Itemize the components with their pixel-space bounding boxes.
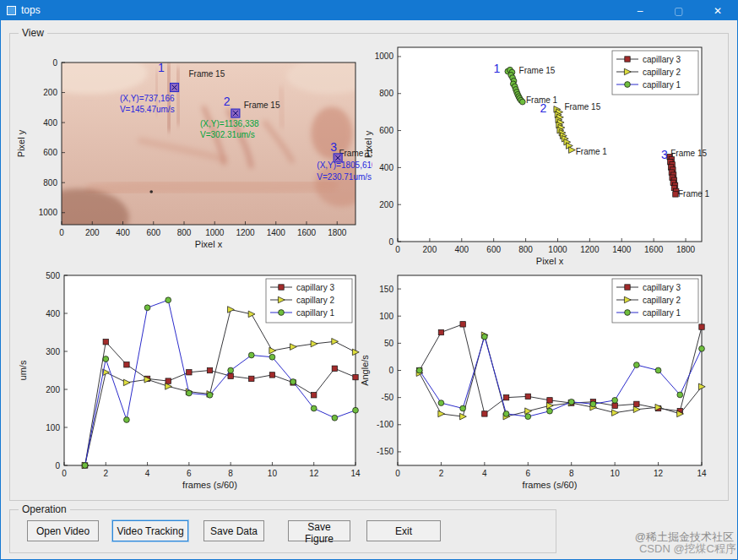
svg-text:200: 200 (423, 245, 437, 254)
svg-text:V=302.31um/s: V=302.31um/s (200, 130, 255, 139)
svg-text:Angle/s: Angle/s (360, 355, 370, 386)
video-tracking-button[interactable]: Video Tracking (112, 520, 188, 541)
svg-text:2: 2 (540, 101, 546, 115)
exit-button[interactable]: Exit (366, 520, 441, 541)
svg-text:0: 0 (59, 228, 64, 237)
track-point-marker (334, 154, 342, 162)
svg-text:2: 2 (439, 469, 444, 478)
view-panel-label: View (19, 27, 47, 39)
svg-text:Frame 15: Frame 15 (188, 69, 225, 79)
minimize-icon[interactable]: – (621, 1, 659, 20)
chart-angle: 02468101214-150-100-50050100150frames (s… (360, 263, 735, 495)
svg-text:1400: 1400 (267, 228, 286, 237)
svg-text:1200: 1200 (236, 228, 255, 237)
svg-text:8: 8 (569, 469, 574, 478)
svg-text:capillary 2: capillary 2 (296, 296, 334, 305)
svg-text:12: 12 (654, 469, 664, 478)
svg-text:Pixel y: Pixel y (16, 129, 26, 157)
svg-text:200: 200 (46, 385, 60, 394)
track-point-marker (171, 84, 179, 92)
svg-text:1: 1 (158, 61, 165, 74)
svg-text:0: 0 (52, 58, 57, 68)
svg-text:2: 2 (224, 95, 231, 108)
svg-text:12: 12 (309, 469, 319, 478)
track-point-marker (231, 109, 240, 117)
window-controls: – ▢ ✕ (621, 1, 737, 20)
svg-text:capillary 3: capillary 3 (643, 283, 681, 292)
svg-text:um/s: um/s (18, 360, 28, 380)
svg-text:1000: 1000 (39, 208, 58, 217)
app-icon (7, 6, 16, 15)
svg-text:100: 100 (46, 423, 60, 432)
svg-text:frames (s/60): frames (s/60) (182, 480, 237, 490)
svg-text:600: 600 (379, 126, 393, 135)
save-figure-button[interactable]: Save Figure (288, 520, 350, 541)
svg-text:6: 6 (526, 469, 531, 478)
chart-svg-trajectories: 0200400600800100012001400160018000200400… (360, 29, 735, 280)
svg-text:800: 800 (177, 228, 192, 237)
maximize-icon[interactable]: ▢ (659, 1, 698, 20)
svg-text:Frame 15: Frame 15 (244, 101, 280, 110)
svg-text:3: 3 (661, 148, 668, 161)
chart-tracking-image: 0200400600800100012001400160018000200400… (9, 39, 372, 254)
chart-svg-angle: 02468101214-150-100-50050100150frames (s… (360, 263, 735, 495)
svg-text:50: 50 (384, 339, 394, 348)
svg-text:(X,Y)=1136,338: (X,Y)=1136,338 (200, 119, 259, 128)
svg-text:600: 600 (43, 148, 57, 157)
watermark-csdn: CSDN @挖煤C程序员 (639, 541, 738, 557)
svg-text:6: 6 (187, 469, 192, 478)
svg-text:-50: -50 (382, 393, 394, 402)
svg-text:10: 10 (610, 469, 621, 478)
svg-text:1000: 1000 (548, 245, 567, 254)
svg-text:capillary 1: capillary 1 (296, 308, 334, 318)
legend: capillary 3capillary 2capillary 1 (612, 51, 698, 95)
svg-text:400: 400 (46, 309, 60, 318)
chart-trajectories: 0200400600800100012001400160018000200400… (360, 29, 735, 280)
svg-text:500: 500 (46, 271, 60, 280)
svg-text:Frame 1: Frame 1 (678, 189, 710, 198)
svg-text:4: 4 (145, 469, 150, 478)
svg-text:800: 800 (379, 89, 393, 98)
chart-svg-tracking_image: 0200400600800100012001400160018000200400… (9, 39, 372, 254)
svg-text:0: 0 (388, 237, 393, 247)
svg-text:capillary 2: capillary 2 (643, 68, 681, 77)
svg-text:0: 0 (62, 469, 67, 478)
open-video-button[interactable]: Open Video (27, 520, 99, 541)
skin-image (28, 52, 372, 246)
svg-text:10: 10 (268, 469, 278, 478)
svg-text:300: 300 (46, 347, 60, 356)
svg-text:200: 200 (85, 228, 100, 237)
close-icon[interactable]: ✕ (698, 1, 737, 20)
svg-text:Frame 15: Frame 15 (564, 102, 600, 111)
svg-text:1: 1 (493, 62, 500, 75)
svg-text:capillary 1: capillary 1 (643, 308, 681, 318)
svg-text:200: 200 (379, 200, 393, 209)
svg-text:capillary 2: capillary 2 (643, 296, 681, 305)
svg-text:capillary 1: capillary 1 (643, 80, 681, 90)
svg-text:1600: 1600 (644, 245, 664, 254)
svg-text:capillary 3: capillary 3 (296, 283, 334, 292)
svg-text:1800: 1800 (676, 245, 696, 254)
legend: capillary 3capillary 2capillary 1 (612, 279, 698, 323)
title-bar[interactable]: tops – ▢ ✕ (1, 1, 737, 20)
operation-panel-label: Operation (19, 503, 70, 515)
svg-text:(X,Y)=737,166: (X,Y)=737,166 (120, 94, 175, 103)
svg-text:8: 8 (228, 469, 233, 478)
svg-text:100: 100 (379, 312, 393, 321)
svg-text:Pixel y: Pixel y (363, 130, 373, 158)
svg-text:Pixel x: Pixel x (195, 239, 223, 249)
svg-text:14: 14 (697, 469, 707, 478)
svg-text:1400: 1400 (612, 245, 632, 254)
svg-text:600: 600 (146, 228, 160, 237)
legend: capillary 3capillary 2capillary 1 (266, 279, 352, 323)
svg-text:0: 0 (55, 461, 60, 470)
svg-text:400: 400 (116, 228, 130, 237)
svg-text:capillary 3: capillary 3 (643, 55, 681, 64)
svg-text:0: 0 (395, 245, 400, 254)
save-data-button[interactable]: Save Data (203, 520, 264, 541)
svg-text:600: 600 (486, 245, 501, 254)
svg-text:-100: -100 (377, 420, 393, 429)
svg-text:frames (s/60): frames (s/60) (523, 480, 578, 490)
svg-text:150: 150 (379, 285, 393, 294)
svg-text:1600: 1600 (297, 228, 317, 237)
